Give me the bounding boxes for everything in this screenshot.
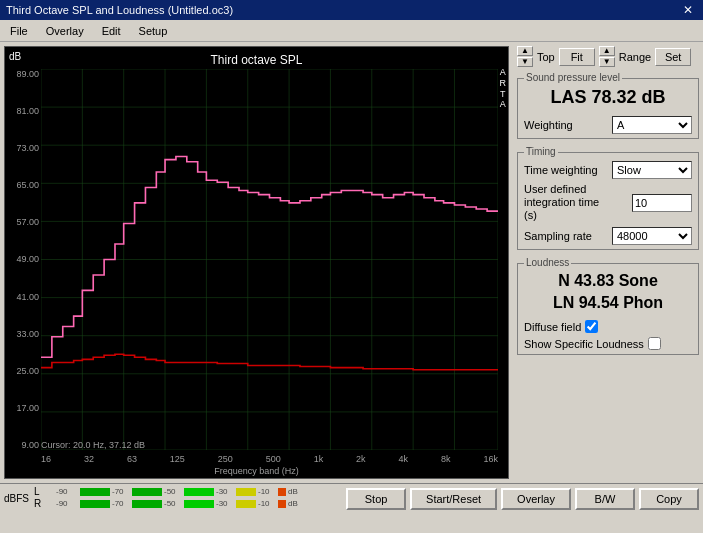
timing-section: Timing Time weighting Slow Fast Impulse … — [517, 152, 699, 250]
integration-row: User definedintegration time (s) — [524, 183, 692, 223]
weighting-row: Weighting A B C Z — [524, 116, 692, 134]
fit-button[interactable]: Fit — [559, 48, 595, 66]
menu-setup[interactable]: Setup — [133, 23, 174, 39]
range-up-down: ▲ ▼ — [599, 46, 615, 67]
right-panel: ▲ ▼ Top Fit ▲ ▼ Range Set Sound pressure… — [513, 42, 703, 483]
loudness-section-label: Loudness — [524, 257, 571, 268]
top-down-arrow[interactable]: ▼ — [517, 57, 533, 67]
x-axis-labels: 16 32 63 125 250 500 1k 2k 4k 8k 16k — [41, 454, 498, 464]
y-axis-labels: 89.00 81.00 73.00 65.00 57.00 49.00 41.0… — [5, 69, 41, 450]
bottom-buttons: Stop Start/Reset Overlay B/W Copy — [346, 488, 699, 510]
diffuse-field-checkbox[interactable] — [585, 320, 598, 333]
spl-value: LAS 78.32 dB — [524, 83, 692, 112]
main-content: dB Third octave SPL ARTA 89.00 81.00 73.… — [0, 42, 703, 483]
top-controls: ▲ ▼ Top Fit ▲ ▼ Range Set — [517, 46, 699, 67]
range-label: Range — [619, 51, 651, 63]
window-title: Third Octave SPL and Loudness (Untitled.… — [6, 4, 233, 16]
overlay-button[interactable]: Overlay — [501, 488, 571, 510]
chart-arta-label: ARTA — [500, 67, 507, 110]
specific-loudness-row: Show Specific Loudness — [524, 337, 692, 350]
diffuse-field-label: Diffuse field — [524, 321, 581, 333]
spl-section: Sound pressure level LAS 78.32 dB Weight… — [517, 78, 699, 139]
range-down-arrow[interactable]: ▼ — [599, 57, 615, 67]
set-button[interactable]: Set — [655, 48, 691, 66]
weighting-label: Weighting — [524, 119, 573, 131]
top-up-arrow[interactable]: ▲ — [517, 46, 533, 56]
top-label: Top — [537, 51, 555, 63]
close-icon[interactable]: ✕ — [679, 3, 697, 17]
timing-section-label: Timing — [524, 146, 558, 157]
chart-area: dB Third octave SPL ARTA 89.00 81.00 73.… — [4, 46, 509, 479]
loudness-section: Loudness N 43.83 Sone LN 94.54 Phon Diff… — [517, 263, 699, 356]
r-meter-label: R — [34, 498, 54, 509]
loudness-value1: N 43.83 Sone LN 94.54 Phon — [524, 268, 692, 317]
chart-svg — [41, 69, 498, 450]
l-meter-label: L — [34, 486, 54, 497]
l-meter-row: L -90 -70 -50 -30 -10 dB — [34, 486, 346, 497]
integration-label: User definedintegration time (s) — [524, 183, 614, 223]
sampling-rate-label: Sampling rate — [524, 230, 592, 242]
cursor-info: Cursor: 20.0 Hz, 37.12 dB — [41, 440, 145, 450]
chart-title: Third octave SPL — [5, 51, 508, 69]
x-axis-title: Frequency band (Hz) — [5, 466, 508, 476]
start-reset-button[interactable]: Start/Reset — [410, 488, 497, 510]
sampling-rate-row: Sampling rate 44100 48000 96000 — [524, 227, 692, 245]
r-meter-row: R -90 -70 -50 -30 -10 dB — [34, 498, 346, 509]
menu-bar: File Overlay Edit Setup — [0, 20, 703, 42]
specific-loudness-checkbox[interactable] — [648, 337, 661, 350]
menu-overlay[interactable]: Overlay — [40, 23, 90, 39]
title-bar: Third Octave SPL and Loudness (Untitled.… — [0, 0, 703, 20]
top-up-down: ▲ ▼ — [517, 46, 533, 67]
sampling-rate-select[interactable]: 44100 48000 96000 — [612, 227, 692, 245]
time-weighting-label: Time weighting — [524, 164, 598, 176]
stop-button[interactable]: Stop — [346, 488, 406, 510]
range-up-arrow[interactable]: ▲ — [599, 46, 615, 56]
specific-loudness-label: Show Specific Loudness — [524, 338, 644, 350]
menu-file[interactable]: File — [4, 23, 34, 39]
bottom-bar: dBFS L -90 -70 -50 -30 -10 dB — [0, 483, 703, 533]
time-weighting-select[interactable]: Slow Fast Impulse — [612, 161, 692, 179]
weighting-select[interactable]: A B C Z — [612, 116, 692, 134]
level-meters: L -90 -70 -50 -30 -10 dB R — [34, 486, 346, 509]
spl-section-label: Sound pressure level — [524, 72, 622, 83]
diffuse-field-row: Diffuse field — [524, 320, 692, 333]
time-weighting-row: Time weighting Slow Fast Impulse — [524, 161, 692, 179]
integration-input[interactable] — [632, 194, 692, 212]
copy-button[interactable]: Copy — [639, 488, 699, 510]
bw-button[interactable]: B/W — [575, 488, 635, 510]
dbfs-label: dBFS — [4, 493, 32, 504]
menu-edit[interactable]: Edit — [96, 23, 127, 39]
